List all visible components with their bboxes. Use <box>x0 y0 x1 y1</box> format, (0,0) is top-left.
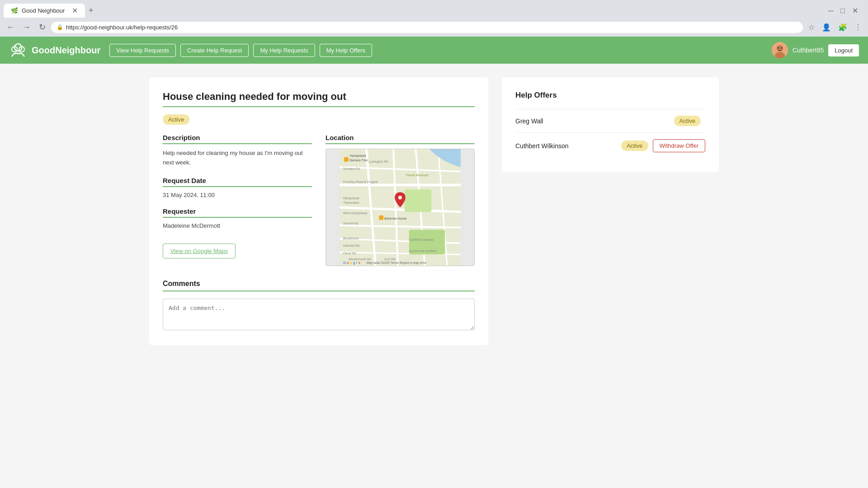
nav-my-help-offers[interactable]: My Help Offers <box>320 44 372 57</box>
main-panel: House cleaning needed for moving out Act… <box>149 77 488 345</box>
google-map: Finchley Road & Frognal Lymington Rd Sum… <box>326 149 475 266</box>
svg-text:G: G <box>343 261 346 265</box>
svg-text:o: o <box>347 261 349 265</box>
svg-text:West Hampstead: West Hampstead <box>343 211 367 215</box>
minimize-button[interactable]: ─ <box>826 5 836 17</box>
help-offers-title: Help Offers <box>515 91 705 100</box>
tab-title: Good Neighbour <box>22 7 65 14</box>
svg-text:Canfield Gardens: Canfield Gardens <box>409 238 434 241</box>
requester-section: Requester Madeleine McDermott <box>163 207 312 229</box>
location-label: Location <box>326 134 475 144</box>
bookmark-button[interactable]: ☆ <box>806 21 817 33</box>
offer-status-cuthbert-wilkinson: Active <box>621 141 648 151</box>
svg-text:Finchley Road & Frognal: Finchley Road & Frognal <box>343 180 378 184</box>
maximize-button[interactable]: □ <box>838 5 848 17</box>
menu-button[interactable]: ⋮ <box>852 21 864 33</box>
browser-chrome: 🌿 Good Neighbour ✕ + ─ □ ✕ ← → ↻ 🔒 https… <box>0 0 868 37</box>
nav-my-help-requests[interactable]: My Help Requests <box>253 44 315 57</box>
description-text: Help needed for cleaning my house as I'm… <box>163 149 312 168</box>
address-bar[interactable]: 🔒 https://good-neighbour.uk/help-request… <box>51 22 803 33</box>
requester-name: Madeleine McDermott <box>163 222 312 229</box>
comment-input[interactable] <box>163 299 475 330</box>
svg-text:Broadhurst: Broadhurst <box>343 237 359 240</box>
offer-name-greg-wall: Greg Wall <box>515 117 674 125</box>
svg-point-7 <box>781 47 782 49</box>
two-col-layout: Description Help needed for cleaning my … <box>163 134 475 266</box>
offer-item-greg-wall: Greg Wall Active <box>515 109 705 132</box>
svg-rect-38 <box>344 157 349 162</box>
svg-rect-36 <box>379 216 383 220</box>
app-logo: GoodNeighbour <box>9 41 100 59</box>
svg-text:Woodchurch Rd: Woodchurch Rd <box>349 258 371 261</box>
logo-icon <box>9 41 27 59</box>
extensions-button[interactable]: 🧩 <box>835 21 850 33</box>
new-tab-button[interactable]: + <box>85 4 97 17</box>
svg-text:Thameslink: Thameslink <box>343 201 359 204</box>
withdraw-offer-button[interactable]: Withdraw Offer <box>653 139 705 152</box>
svg-point-0 <box>14 44 22 51</box>
request-status-badge: Active <box>163 114 189 125</box>
svg-text:Freud Museum: Freud Museum <box>406 173 429 177</box>
svg-text:Sumatra Rd: Sumatra Rd <box>343 167 360 170</box>
lock-icon: 🔒 <box>57 24 63 30</box>
svg-text:Hampstead: Hampstead <box>343 197 359 200</box>
tab-favicon: 🌿 <box>11 7 18 14</box>
app-header: GoodNeighbour View Help Requests Create … <box>0 37 868 64</box>
svg-point-42 <box>398 196 402 199</box>
header-right: Cuthbert85 Logout <box>772 42 859 58</box>
svg-text:o: o <box>350 261 352 265</box>
svg-text:Sherriff Rd: Sherriff Rd <box>343 222 358 225</box>
col-right: Location <box>326 134 475 266</box>
back-button[interactable]: ← <box>4 21 17 34</box>
requester-label: Requester <box>163 207 312 218</box>
account-button[interactable]: 👤 <box>819 21 834 33</box>
comments-section: Comments <box>163 280 475 332</box>
side-panel: Help Offers Greg Wall Active Cuthbert Wi… <box>502 77 719 172</box>
logout-button[interactable]: Logout <box>828 44 859 56</box>
view-on-google-maps-button[interactable]: View on Google Maps <box>163 244 236 258</box>
nav-view-help-requests[interactable]: View Help Requests <box>109 44 176 57</box>
offer-name-cuthbert-wilkinson: Cuthbert Wilkinson <box>515 142 621 150</box>
browser-toolbar-right: ☆ 👤 🧩 ⋮ <box>806 21 864 33</box>
browser-tabs: 🌿 Good Neighbour ✕ + ─ □ ✕ <box>0 0 868 18</box>
request-title: House cleaning needed for moving out <box>163 91 475 107</box>
logo-text: GoodNeighbour <box>32 45 100 56</box>
svg-text:Acol Rd: Acol Rd <box>384 258 395 261</box>
refresh-button[interactable]: ↻ <box>36 20 48 34</box>
tab-close-button[interactable]: ✕ <box>72 6 78 15</box>
offer-item-cuthbert-wilkinson: Cuthbert Wilkinson Active Withdraw Offer <box>515 132 705 159</box>
url-text: https://good-neighbour.uk/help-requests/… <box>66 24 178 31</box>
svg-text:Map data ©2025  Terms  Report : Map data ©2025 Terms Report a map error <box>367 261 427 265</box>
offer-status-greg-wall: Active <box>674 116 701 126</box>
close-button[interactable]: ✕ <box>849 5 861 17</box>
svg-text:Hampstead: Hampstead <box>350 154 366 158</box>
forward-button[interactable]: → <box>20 21 33 34</box>
username-label: Cuthbert85 <box>793 47 824 54</box>
app-nav: View Help Requests Create Help Request M… <box>109 44 372 57</box>
svg-text:e: e <box>359 261 361 265</box>
svg-rect-19 <box>405 189 432 212</box>
request-date-value: 31 May 2024, 11:00 <box>163 192 312 198</box>
description-label: Description <box>163 134 312 144</box>
description-section: Description Help needed for cleaning my … <box>163 134 312 168</box>
nav-create-help-request[interactable]: Create Help Request <box>180 44 249 57</box>
browser-tab-active[interactable]: 🌿 Good Neighbour ✕ <box>4 4 85 18</box>
page-content: House cleaning needed for moving out Act… <box>118 64 750 359</box>
svg-text:Cleve Rd: Cleve Rd <box>343 252 356 255</box>
svg-text:Banana Tree: Banana Tree <box>350 159 368 162</box>
svg-point-6 <box>777 47 778 49</box>
request-date-label: Request Date <box>163 177 312 187</box>
user-avatar <box>772 42 788 58</box>
browser-toolbar: ← → ↻ 🔒 https://good-neighbour.uk/help-r… <box>0 18 868 37</box>
svg-text:Greencroft Gardens: Greencroft Gardens <box>409 249 437 253</box>
svg-text:l: l <box>356 261 357 265</box>
comments-title: Comments <box>163 280 475 291</box>
request-date-section: Request Date 31 May 2024, 11:00 <box>163 177 312 198</box>
svg-text:Lymington Rd: Lymington Rd <box>369 160 388 164</box>
col-left: Description Help needed for cleaning my … <box>163 134 312 266</box>
svg-text:g: g <box>353 261 355 265</box>
svg-text:Hemstal Rd: Hemstal Rd <box>343 244 359 247</box>
svg-text:Bohemia House: Bohemia House <box>384 217 407 220</box>
